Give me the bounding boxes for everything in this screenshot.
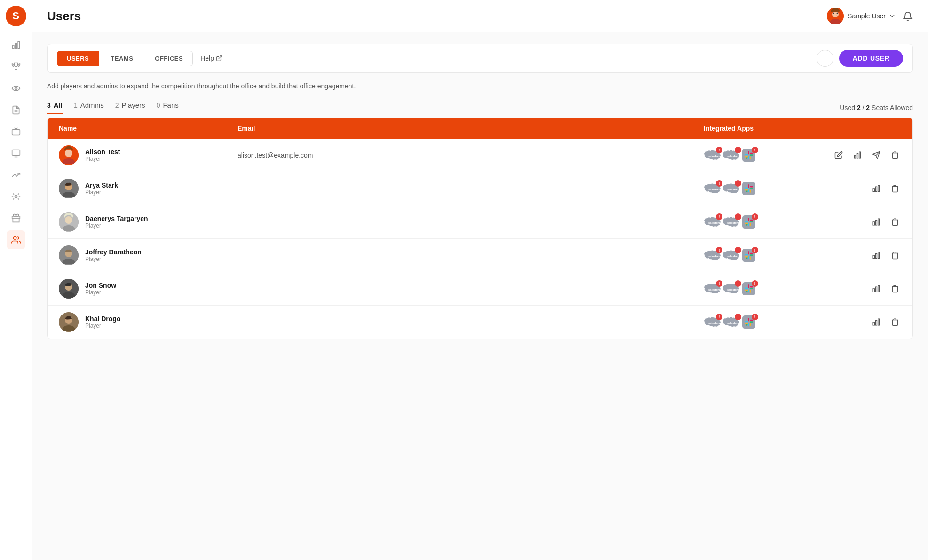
svg-text:salesforce: salesforce [708,288,721,291]
sidebar-item-campaigns[interactable] [7,79,25,98]
warning-badge: ! [716,247,722,253]
svg-rect-56 [745,221,748,222]
apps-cell: salesforce ! salesforce ! ! [704,249,835,262]
user-role: Player [85,323,120,329]
more-options-button[interactable]: ⋮ [817,50,833,67]
svg-rect-79 [876,253,877,259]
stats-button[interactable] [870,182,882,195]
tab-users[interactable]: USERS [57,51,99,66]
app-logo[interactable]: S [6,6,26,26]
user-cell: Arya Stark Player [59,179,238,198]
edit-button[interactable] [833,149,845,161]
sidebar-item-analytics[interactable] [7,36,25,55]
user-name: Joffrey Baratheon [85,248,142,256]
sidebar-item-trending[interactable] [7,166,25,184]
svg-rect-6 [12,130,20,135]
svg-rect-103 [750,320,753,321]
table-row: Joffrey Baratheon Player salesforce ! sa… [48,239,912,272]
delete-button[interactable] [889,283,901,295]
page-description: Add players and admins to expand the com… [47,82,913,90]
filter-players[interactable]: 2 Players [115,101,145,114]
add-user-button[interactable]: ADD USER [839,50,903,67]
table-row: Khal Drogo Player salesforce ! salesforc… [48,306,912,339]
app-slack: ! [741,282,756,295]
user-name: Sample User [848,12,886,20]
delete-button[interactable] [889,149,901,161]
svg-rect-29 [857,153,858,158]
svg-rect-64 [878,219,880,225]
svg-rect-44 [745,189,748,191]
filter-row: 3 All 1 Admins 2 Players 0 Fans Used [47,101,913,114]
filter-all[interactable]: 3 All [47,101,63,114]
svg-point-3 [15,87,17,90]
svg-rect-42 [750,188,753,189]
notification-bell-icon[interactable] [903,10,913,22]
avatar [59,145,79,165]
warning-badge: ! [716,213,722,220]
user-profile[interactable]: Sample User [827,8,895,24]
svg-text:salesforce: salesforce [727,288,739,291]
header-right: Sample User [827,8,913,24]
page-content: USERS TEAMS OFFICES Help ⋮ ADD USER Add … [32,32,928,560]
svg-rect-28 [854,155,856,158]
svg-rect-80 [878,252,880,259]
stats-button[interactable] [870,283,882,295]
stats-button[interactable] [870,216,882,228]
sidebar-item-tv[interactable] [7,122,25,141]
sidebar-item-integrations[interactable] [7,187,25,206]
svg-text:salesforce: salesforce [708,221,721,224]
svg-point-16 [65,150,72,157]
svg-rect-2 [18,42,19,49]
apps-cell: salesforce ! salesforce ! ! [704,215,835,229]
user-info: Joffrey Baratheon Player [85,248,142,262]
filter-fans[interactable]: 0 Fans [157,101,179,114]
svg-rect-45 [750,190,751,193]
svg-rect-47 [876,187,877,192]
user-info: Khal Drogo Player [85,315,120,329]
sidebar-item-trophy[interactable] [7,57,25,76]
svg-rect-94 [873,289,874,292]
delete-button[interactable] [889,249,901,261]
warning-badge: ! [716,147,722,153]
svg-rect-41 [748,189,749,192]
svg-text:salesforce: salesforce [708,155,721,158]
tab-offices[interactable]: OFFICES [145,51,193,66]
svg-rect-93 [750,290,751,293]
delete-button[interactable] [889,316,901,328]
svg-rect-110 [873,322,874,325]
page-header: Users Sample User [32,0,928,32]
svg-rect-76 [745,256,748,258]
delete-button[interactable] [889,182,901,195]
svg-rect-72 [745,254,748,255]
stats-button[interactable] [851,149,864,161]
sidebar-item-rewards[interactable] [7,209,25,228]
svg-rect-90 [750,288,753,289]
tab-teams[interactable]: TEAMS [101,51,143,66]
svg-rect-86 [748,284,749,288]
svg-text:salesforce: salesforce [727,221,739,224]
svg-rect-61 [750,223,751,226]
main-tabs-bar: USERS TEAMS OFFICES Help ⋮ ADD USER [47,44,913,73]
svg-rect-21 [750,153,753,154]
filter-admins[interactable]: 1 Admins [74,101,104,114]
svg-rect-22 [745,154,748,155]
sidebar-item-display[interactable] [7,144,25,163]
svg-rect-7 [12,150,20,156]
send-button[interactable] [870,149,882,161]
help-link[interactable]: Help [200,55,222,62]
stats-button[interactable] [870,316,882,328]
table-row: Arya Stark Player salesforce ! salesforc… [48,172,912,205]
svg-rect-24 [750,154,753,156]
sidebar-item-users[interactable] [7,230,25,249]
svg-rect-55 [750,220,753,221]
svg-rect-89 [748,290,749,292]
sidebar-item-reports[interactable] [7,101,25,119]
user-role: Player [85,289,116,296]
tab-buttons: USERS TEAMS OFFICES Help [57,51,222,66]
warning-badge: ! [735,147,741,153]
delete-button[interactable] [889,216,901,228]
stats-button[interactable] [870,249,882,261]
user-cell: Alison Test Player [59,145,238,165]
user-role: Player [85,156,120,162]
app-slack: ! [741,149,756,162]
